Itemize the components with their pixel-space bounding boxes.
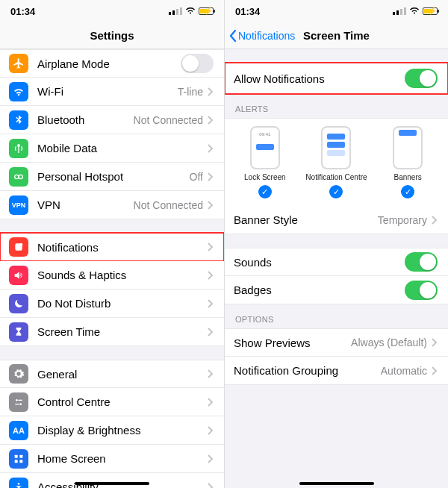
row-value: Always (Default) — [351, 337, 427, 348]
svg-rect-5 — [18, 399, 22, 400]
back-button[interactable]: Notifications — [229, 22, 295, 49]
row-label: Badges — [234, 284, 405, 296]
row-notification-grouping[interactable]: Notification Grouping Automatic — [225, 357, 448, 385]
row-general[interactable]: General — [0, 360, 224, 388]
svg-point-0 — [15, 175, 19, 178]
row-label: Personal Hotspot — [37, 170, 190, 183]
cell-signal-icon — [393, 7, 406, 15]
settings-screen: 01:34 ⚡ Settings Airplane Mode — [0, 0, 224, 488]
row-label: Screen Time — [37, 325, 208, 338]
row-label: Show Previews — [234, 337, 351, 349]
row-control-centre[interactable]: Control Centre — [0, 388, 224, 416]
hourglass-icon — [9, 322, 28, 342]
wifi-row-icon — [9, 82, 28, 101]
chevron-right-icon — [208, 144, 214, 153]
airplane-toggle[interactable] — [181, 54, 214, 73]
chevron-right-icon — [208, 201, 214, 210]
row-sounds[interactable]: Sounds — [225, 248, 448, 276]
alert-caption: Banners — [394, 173, 422, 181]
row-show-previews[interactable]: Show Previews Always (Default) — [225, 328, 448, 357]
svg-point-1 — [19, 175, 22, 178]
row-banner-style[interactable]: Banner Style Temporary — [225, 206, 448, 234]
row-label: Airplane Mode — [37, 57, 181, 70]
battery-icon: ⚡ — [423, 7, 438, 15]
row-badges[interactable]: Badges — [225, 276, 448, 304]
sounds-toggle[interactable] — [405, 252, 438, 272]
badges-toggle[interactable] — [405, 281, 438, 300]
home-indicator[interactable] — [75, 482, 149, 485]
screentime-notifications-screen: 01:34 ⚡ Notifications Screen Time Allow … — [224, 0, 448, 488]
chevron-right-icon — [208, 172, 214, 181]
row-label: VPN — [37, 198, 134, 211]
chevron-right-icon — [208, 369, 214, 378]
cell-signal-icon — [169, 7, 182, 15]
bluetooth-icon — [9, 110, 28, 130]
alert-option-notification-centre[interactable]: Notification Centre ✓ — [302, 126, 370, 198]
chevron-right-icon — [208, 426, 214, 435]
sliders-icon — [9, 392, 28, 412]
grid-icon — [9, 449, 28, 469]
settings-list[interactable]: Allow Notifications ALERTS Lock Screen ✓… — [225, 49, 448, 488]
moon-icon — [9, 294, 28, 313]
svg-rect-7 — [15, 404, 19, 404]
chevron-right-icon — [208, 299, 214, 308]
chevron-right-icon — [208, 328, 214, 337]
battery-icon: ⚡ — [199, 7, 214, 15]
row-label: Notification Grouping — [234, 364, 381, 377]
navbar: Settings — [0, 22, 224, 49]
row-sounds-haptics[interactable]: Sounds & Haptics — [0, 261, 224, 290]
svg-rect-9 — [19, 454, 22, 457]
airplane-icon — [9, 54, 28, 73]
row-label: Sounds — [234, 256, 405, 269]
row-label: Sounds & Haptics — [37, 269, 208, 281]
row-value: Not Connected — [134, 114, 203, 126]
status-time: 01:34 — [235, 6, 260, 17]
row-value: T-line — [178, 86, 203, 98]
hotspot-icon — [9, 167, 28, 187]
antenna-icon — [9, 139, 28, 158]
row-value: Off — [190, 171, 203, 183]
lock-screen-preview-icon — [250, 126, 280, 169]
row-do-not-disturb[interactable]: Do Not Disturb — [0, 290, 224, 318]
allow-notifications-toggle[interactable] — [405, 69, 438, 88]
row-airplane-mode[interactable]: Airplane Mode — [0, 49, 224, 78]
check-icon[interactable]: ✓ — [401, 185, 414, 198]
row-label: General — [37, 368, 208, 381]
alert-option-lock-screen[interactable]: Lock Screen ✓ — [231, 126, 299, 198]
alert-option-banners[interactable]: Banners ✓ — [374, 126, 441, 198]
row-home-screen[interactable]: Home Screen — [0, 445, 224, 473]
page-title: Screen Time — [303, 29, 370, 42]
row-bluetooth[interactable]: Bluetooth Not Connected — [0, 106, 224, 134]
check-icon[interactable]: ✓ — [329, 185, 343, 198]
status-time: 01:34 — [10, 6, 35, 17]
chevron-right-icon — [208, 116, 214, 125]
wifi-icon — [185, 6, 196, 16]
vpn-icon: VPN — [9, 195, 28, 215]
alert-caption: Notification Centre — [305, 173, 367, 181]
alerts-header: ALERTS — [225, 94, 448, 118]
row-wifi[interactable]: Wi-Fi T-line — [0, 78, 224, 106]
alert-caption: Lock Screen — [244, 173, 286, 181]
svg-point-12 — [18, 483, 20, 485]
home-indicator[interactable] — [299, 482, 374, 485]
status-right: ⚡ — [169, 6, 214, 16]
row-label: Do Not Disturb — [37, 297, 208, 310]
row-label: Allow Notifications — [234, 72, 405, 85]
row-display-brightness[interactable]: AA Display & Brightness — [0, 416, 224, 445]
chevron-right-icon — [432, 216, 438, 225]
row-accessibility[interactable]: Accessibility — [0, 473, 224, 488]
chevron-right-icon — [208, 398, 214, 407]
options-header: OPTIONS — [225, 304, 448, 328]
row-vpn[interactable]: VPN VPN Not Connected — [0, 191, 224, 219]
check-icon[interactable]: ✓ — [258, 185, 272, 198]
svg-point-6 — [19, 403, 22, 405]
chevron-right-icon — [208, 271, 214, 280]
row-screen-time[interactable]: Screen Time — [0, 318, 224, 346]
speaker-icon — [9, 266, 28, 285]
row-mobile-data[interactable]: Mobile Data — [0, 134, 224, 163]
row-notifications[interactable]: Notifications — [0, 233, 224, 261]
row-allow-notifications[interactable]: Allow Notifications — [225, 63, 448, 94]
settings-list[interactable]: Airplane Mode Wi-Fi T-line Bluetooth Not… — [0, 49, 224, 488]
row-label: Mobile Data — [37, 142, 208, 154]
row-hotspot[interactable]: Personal Hotspot Off — [0, 163, 224, 191]
